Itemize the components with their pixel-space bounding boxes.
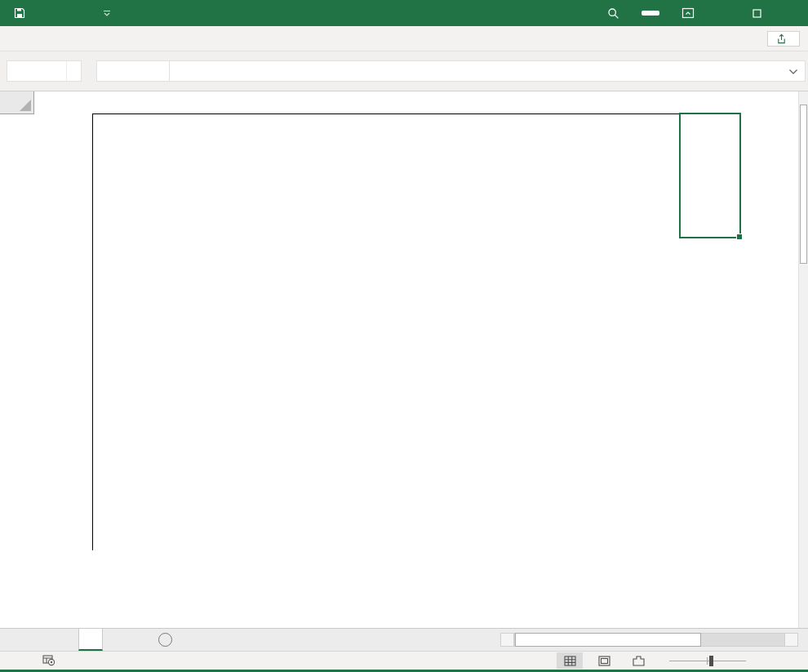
- scroll-up-button[interactable]: [799, 93, 808, 105]
- customize-toolbar-icon: [102, 8, 112, 18]
- minimize-button[interactable]: [705, 0, 739, 26]
- vertical-scroll-thumb[interactable]: [800, 105, 807, 264]
- redo-button[interactable]: [64, 3, 84, 23]
- table-border-frame: [92, 113, 739, 550]
- normal-view-button[interactable]: [557, 652, 583, 669]
- macro-record-button[interactable]: [42, 654, 55, 669]
- title-bar-controls: [596, 0, 808, 26]
- sheet-tab-active[interactable]: [78, 629, 103, 651]
- chevron-down-icon: [788, 69, 798, 75]
- ribbon-display-options-button[interactable]: [671, 0, 705, 26]
- formula-buttons: [96, 60, 169, 82]
- status-bar: [0, 651, 808, 670]
- fill-handle[interactable]: [736, 234, 743, 240]
- ribbon-display-icon: [681, 7, 695, 19]
- previous-sheet-button[interactable]: [13, 629, 34, 651]
- formula-input[interactable]: [169, 60, 806, 82]
- horizontal-scroll-thumb[interactable]: [515, 633, 701, 647]
- normal-view-icon: [564, 656, 576, 666]
- share-button[interactable]: [767, 31, 800, 47]
- spreadsheet-area: [0, 91, 808, 628]
- new-sheet-button[interactable]: [158, 633, 172, 647]
- page-layout-view-icon: [598, 656, 610, 666]
- ribbon-bar: [0, 26, 808, 51]
- quick-access-toolbar: [0, 3, 117, 23]
- login-button[interactable]: [642, 11, 659, 16]
- page-layout-view-button[interactable]: [591, 652, 617, 669]
- scrollbar-corner: [798, 629, 808, 651]
- save-icon: [13, 7, 26, 20]
- search-icon: [607, 7, 619, 20]
- undo-button[interactable]: [32, 3, 51, 23]
- search-button[interactable]: [596, 0, 630, 26]
- page-break-view-icon: [633, 656, 645, 666]
- zoom-slider-thumb[interactable]: [709, 656, 713, 666]
- title-bar: [0, 0, 808, 26]
- zoom-slider-notch: [707, 657, 708, 665]
- scroll-right-button[interactable]: [784, 633, 798, 647]
- maximize-button[interactable]: [739, 0, 774, 26]
- vertical-scrollbar[interactable]: [798, 91, 808, 628]
- share-icon: [776, 33, 787, 44]
- next-sheet-button[interactable]: [38, 629, 59, 651]
- close-button[interactable]: [774, 0, 808, 26]
- formula-bar: [0, 51, 808, 91]
- maximize-icon: [753, 9, 761, 18]
- selection-border: [679, 113, 741, 238]
- scroll-left-button[interactable]: [500, 633, 514, 647]
- page-break-view-button[interactable]: [625, 652, 651, 669]
- name-box[interactable]: [7, 60, 82, 82]
- save-button[interactable]: [10, 3, 29, 23]
- macro-record-icon: [42, 654, 55, 666]
- customize-qat-button[interactable]: [97, 3, 117, 23]
- sheet-tab-bar: [0, 628, 808, 651]
- select-all-corner[interactable]: [0, 91, 34, 114]
- scroll-down-button[interactable]: [799, 615, 808, 626]
- expand-formula-bar-button[interactable]: [788, 65, 798, 78]
- name-box-dropdown[interactable]: [66, 61, 81, 81]
- zoom-slider-track[interactable]: [669, 661, 746, 661]
